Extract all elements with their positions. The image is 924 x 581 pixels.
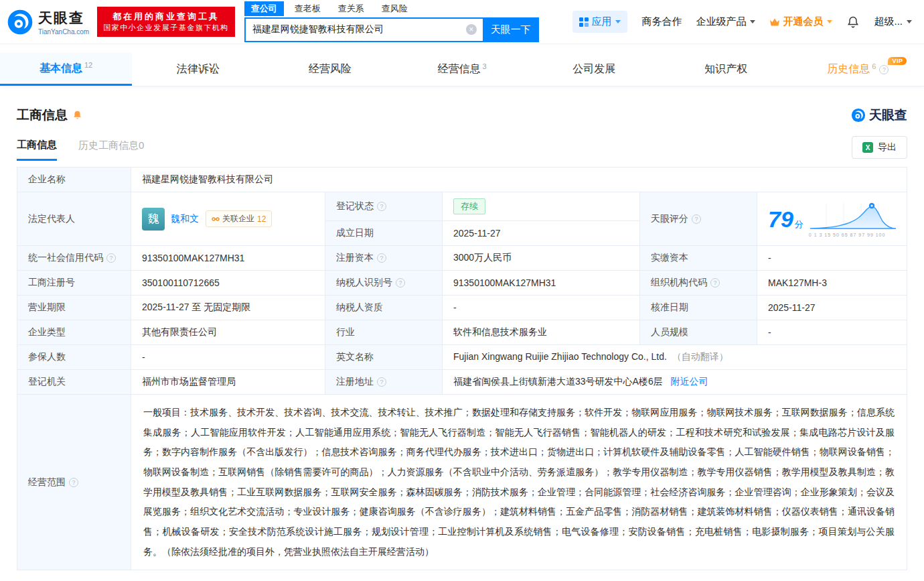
row-regnumber-taxid: 工商注册号 350100110712665 纳税人识别号? 91350100MA… bbox=[17, 271, 907, 296]
field-label: 工商注册号 bbox=[17, 271, 131, 296]
alert-bell-icon[interactable] bbox=[72, 110, 82, 121]
promo-banner: 都在用的商业查询工具 国家中小企业发展子基金旗下机构 bbox=[97, 7, 235, 36]
row-credit-capital: 统一社会信用代码? 91350100MAK127MH31 注册资本? 3000万… bbox=[17, 246, 907, 271]
search-clear-icon[interactable]: × bbox=[466, 24, 477, 35]
paid-capital-value: - bbox=[757, 246, 907, 271]
brand-name: 天眼查 bbox=[869, 107, 907, 124]
tab-count: 6 bbox=[872, 62, 876, 70]
logo-title: 天眼查 bbox=[38, 9, 89, 27]
tab-basic-info[interactable]: 基本信息12 bbox=[0, 53, 132, 86]
field-label: 纳税人资质 bbox=[325, 296, 443, 320]
help-icon[interactable]: ? bbox=[396, 278, 405, 287]
nav-membership[interactable]: 开通会员 bbox=[769, 15, 832, 28]
nav-apps[interactable]: 应用 bbox=[572, 11, 627, 33]
tab-company-development[interactable]: 公司发展 bbox=[528, 53, 660, 86]
tab-operational-risk[interactable]: 经营风险 bbox=[264, 53, 396, 86]
related-companies-count: 12 bbox=[257, 214, 266, 224]
field-label: 组织机构代码? bbox=[640, 271, 757, 296]
field-label: 英文名称 bbox=[325, 345, 443, 370]
legal-rep-cell: 魏 魏和文 关联企业 12 bbox=[131, 192, 325, 246]
field-label: 企业名称 bbox=[17, 168, 131, 192]
help-icon[interactable]: ? bbox=[710, 278, 720, 287]
help-icon[interactable]: ? bbox=[377, 377, 386, 387]
nav-cooperation[interactable]: 商务合作 bbox=[641, 15, 682, 28]
nearby-companies-link[interactable]: 附近公司 bbox=[671, 376, 708, 387]
crown-icon bbox=[769, 17, 780, 27]
field-label: 登记机关 bbox=[17, 370, 131, 395]
help-icon[interactable]: ? bbox=[879, 65, 889, 74]
search-box: × bbox=[244, 17, 483, 42]
link-icon bbox=[212, 215, 220, 223]
reg-capital-value: 3000万人民币 bbox=[443, 246, 640, 271]
field-label: 人员规模 bbox=[640, 320, 757, 345]
reg-address-value: 福建省闽侯县上街镇新港大道33号研发中心A楼6层 附近公司 bbox=[443, 370, 907, 395]
field-label: 企业类型 bbox=[17, 320, 131, 345]
reg-authority-value: 福州市市场监督管理局 bbox=[131, 370, 325, 395]
chevron-down-icon bbox=[907, 20, 912, 23]
bell-icon bbox=[846, 15, 860, 29]
search-tab-company[interactable]: 查公司 bbox=[244, 1, 284, 16]
tab-legal-proceedings[interactable]: 法律诉讼 bbox=[132, 53, 264, 86]
field-label: 登记状态? bbox=[325, 192, 443, 221]
search-button[interactable]: 天眼一下 bbox=[483, 17, 539, 42]
credit-code-value: 91350100MAK127MH31 bbox=[131, 246, 325, 271]
tab-history-info[interactable]: VIP 历史信息6 ? bbox=[792, 53, 924, 86]
field-label: 营业期限 bbox=[17, 296, 131, 320]
related-companies-badge[interactable]: 关联企业 12 bbox=[206, 210, 272, 227]
legal-rep-avatar[interactable]: 魏 bbox=[142, 208, 165, 231]
search-area: 查公司 查老板 查关系 查风险 × 天眼一下 bbox=[244, 2, 539, 42]
search-tab-boss[interactable]: 查老板 bbox=[288, 1, 327, 16]
score-cell: 79分 bbox=[757, 192, 907, 246]
english-name-value: Fujian Xingwang Ruijie Zhijiao Technolog… bbox=[443, 345, 907, 370]
tianyancha-logo[interactable]: 天眼查 TianYanCha.com bbox=[7, 9, 89, 36]
field-label: 注册资本? bbox=[325, 246, 443, 271]
tianyan-score: 79分 bbox=[768, 208, 803, 231]
tab-intellectual-property[interactable]: 知识产权 bbox=[660, 53, 792, 86]
approval-date-value: 2025-11-27 bbox=[757, 296, 907, 320]
promo-line2: 国家中小企业发展子基金旗下机构 bbox=[103, 23, 229, 33]
export-button[interactable]: X 导出 bbox=[852, 136, 907, 159]
auto-translate-note: （自动翻译） bbox=[672, 351, 728, 362]
org-code-value: MAK127MH-3 bbox=[757, 271, 907, 296]
field-label: 纳税人识别号? bbox=[325, 271, 443, 296]
nav-super-vip[interactable]: 超级... bbox=[874, 15, 912, 28]
help-icon[interactable]: ? bbox=[377, 253, 386, 263]
section-header: 工商信息 天眼查 bbox=[0, 86, 924, 128]
field-label: 行业 bbox=[325, 320, 443, 345]
search-input[interactable] bbox=[246, 19, 483, 41]
notification-bell[interactable] bbox=[846, 15, 860, 29]
reg-status-value: 存续 bbox=[443, 192, 640, 221]
field-label: 注册地址? bbox=[325, 370, 443, 395]
field-label: 天眼评分? bbox=[640, 192, 757, 246]
vip-badge: VIP bbox=[888, 57, 907, 65]
chevron-down-icon bbox=[615, 20, 621, 23]
field-label: 参保人数 bbox=[17, 345, 131, 370]
field-label: 法定代表人 bbox=[17, 192, 131, 246]
subtab-business-info[interactable]: 工商信息 bbox=[17, 139, 57, 161]
field-label: 经营范围? bbox=[17, 395, 131, 570]
help-icon[interactable]: ? bbox=[377, 202, 386, 211]
help-icon[interactable]: ? bbox=[106, 253, 116, 263]
subtab-history-business-info[interactable]: 历史工商信息0 bbox=[78, 139, 144, 159]
staff-size-value: - bbox=[757, 320, 907, 345]
top-header: 天眼查 TianYanCha.com 都在用的商业查询工具 国家中小企业发展子基… bbox=[0, 0, 924, 44]
search-tab-risk[interactable]: 查风险 bbox=[375, 1, 414, 16]
logo-subtitle: TianYanCha.com bbox=[38, 28, 89, 36]
taxpayer-id-value: 91350100MAK127MH31 bbox=[443, 271, 640, 296]
legal-rep-name[interactable]: 魏和文 bbox=[171, 213, 199, 225]
help-icon[interactable]: ? bbox=[692, 214, 701, 224]
establish-date-value: 2025-11-27 bbox=[443, 221, 640, 246]
excel-icon: X bbox=[862, 142, 873, 153]
search-tabs: 查公司 查老板 查关系 查风险 bbox=[244, 2, 539, 16]
help-icon[interactable]: ? bbox=[69, 478, 78, 487]
chevron-down-icon bbox=[827, 20, 832, 23]
company-name-value: 福建星网锐捷智教科技有限公司 bbox=[131, 168, 907, 192]
business-scope-value: 一般项目：技术服务、技术开发、技术咨询、技术交流、技术转让、技术推广；数据处理和… bbox=[131, 395, 907, 570]
nav-enterprise-product[interactable]: 企业级产品 bbox=[696, 15, 755, 28]
promo-line1: 都在用的商业查询工具 bbox=[103, 11, 229, 23]
tab-operating-info[interactable]: 经营信息3 bbox=[396, 53, 528, 86]
row-business-scope: 经营范围? 一般项目：技术服务、技术开发、技术咨询、技术交流、技术转让、技术推广… bbox=[17, 395, 907, 570]
reg-number-value: 350100110712665 bbox=[131, 271, 325, 296]
search-tab-relation[interactable]: 查关系 bbox=[331, 1, 371, 16]
row-term-approval: 营业期限 2025-11-27 至 无固定期限 纳税人资质 - 核准日期 202… bbox=[17, 296, 907, 320]
